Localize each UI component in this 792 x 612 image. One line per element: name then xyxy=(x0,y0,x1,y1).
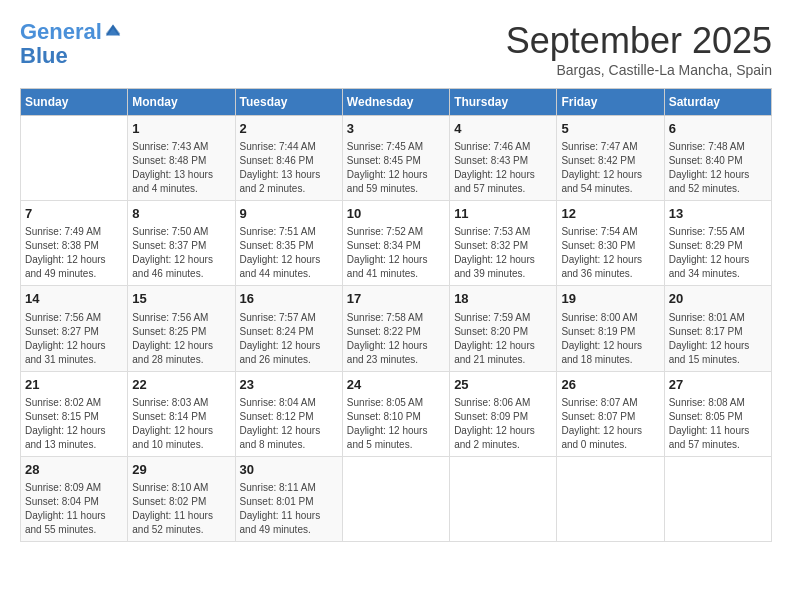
day-number: 12 xyxy=(561,205,659,223)
calendar-body: 1Sunrise: 7:43 AM Sunset: 8:48 PM Daylig… xyxy=(21,116,772,542)
calendar-cell: 14Sunrise: 7:56 AM Sunset: 8:27 PM Dayli… xyxy=(21,286,128,371)
calendar-cell xyxy=(342,456,449,541)
day-info: Sunrise: 7:47 AM Sunset: 8:42 PM Dayligh… xyxy=(561,140,659,196)
day-number: 1 xyxy=(132,120,230,138)
days-of-week-row: SundayMondayTuesdayWednesdayThursdayFrid… xyxy=(21,89,772,116)
calendar-cell: 12Sunrise: 7:54 AM Sunset: 8:30 PM Dayli… xyxy=(557,201,664,286)
day-info: Sunrise: 8:11 AM Sunset: 8:01 PM Dayligh… xyxy=(240,481,338,537)
month-title: September 2025 xyxy=(506,20,772,62)
calendar-cell: 19Sunrise: 8:00 AM Sunset: 8:19 PM Dayli… xyxy=(557,286,664,371)
day-number: 15 xyxy=(132,290,230,308)
day-of-week-header: Friday xyxy=(557,89,664,116)
calendar-cell: 11Sunrise: 7:53 AM Sunset: 8:32 PM Dayli… xyxy=(450,201,557,286)
day-info: Sunrise: 7:55 AM Sunset: 8:29 PM Dayligh… xyxy=(669,225,767,281)
day-info: Sunrise: 7:59 AM Sunset: 8:20 PM Dayligh… xyxy=(454,311,552,367)
day-number: 14 xyxy=(25,290,123,308)
day-number: 3 xyxy=(347,120,445,138)
day-number: 18 xyxy=(454,290,552,308)
day-info: Sunrise: 8:09 AM Sunset: 8:04 PM Dayligh… xyxy=(25,481,123,537)
day-info: Sunrise: 7:53 AM Sunset: 8:32 PM Dayligh… xyxy=(454,225,552,281)
calendar-cell: 30Sunrise: 8:11 AM Sunset: 8:01 PM Dayli… xyxy=(235,456,342,541)
day-number: 24 xyxy=(347,376,445,394)
calendar-cell: 4Sunrise: 7:46 AM Sunset: 8:43 PM Daylig… xyxy=(450,116,557,201)
day-info: Sunrise: 7:51 AM Sunset: 8:35 PM Dayligh… xyxy=(240,225,338,281)
day-number: 30 xyxy=(240,461,338,479)
calendar-cell: 20Sunrise: 8:01 AM Sunset: 8:17 PM Dayli… xyxy=(664,286,771,371)
calendar-week-row: 1Sunrise: 7:43 AM Sunset: 8:48 PM Daylig… xyxy=(21,116,772,201)
day-info: Sunrise: 8:00 AM Sunset: 8:19 PM Dayligh… xyxy=(561,311,659,367)
day-number: 2 xyxy=(240,120,338,138)
day-of-week-header: Monday xyxy=(128,89,235,116)
calendar-cell: 13Sunrise: 7:55 AM Sunset: 8:29 PM Dayli… xyxy=(664,201,771,286)
day-of-week-header: Wednesday xyxy=(342,89,449,116)
day-number: 11 xyxy=(454,205,552,223)
calendar-cell: 26Sunrise: 8:07 AM Sunset: 8:07 PM Dayli… xyxy=(557,371,664,456)
logo-text: General xyxy=(20,20,102,44)
calendar-cell: 8Sunrise: 7:50 AM Sunset: 8:37 PM Daylig… xyxy=(128,201,235,286)
day-info: Sunrise: 8:01 AM Sunset: 8:17 PM Dayligh… xyxy=(669,311,767,367)
day-info: Sunrise: 7:48 AM Sunset: 8:40 PM Dayligh… xyxy=(669,140,767,196)
day-info: Sunrise: 7:45 AM Sunset: 8:45 PM Dayligh… xyxy=(347,140,445,196)
calendar-cell xyxy=(557,456,664,541)
day-number: 19 xyxy=(561,290,659,308)
day-info: Sunrise: 7:57 AM Sunset: 8:24 PM Dayligh… xyxy=(240,311,338,367)
calendar-cell: 21Sunrise: 8:02 AM Sunset: 8:15 PM Dayli… xyxy=(21,371,128,456)
calendar-cell: 17Sunrise: 7:58 AM Sunset: 8:22 PM Dayli… xyxy=(342,286,449,371)
day-number: 13 xyxy=(669,205,767,223)
calendar-cell: 9Sunrise: 7:51 AM Sunset: 8:35 PM Daylig… xyxy=(235,201,342,286)
calendar-cell: 29Sunrise: 8:10 AM Sunset: 8:02 PM Dayli… xyxy=(128,456,235,541)
day-of-week-header: Tuesday xyxy=(235,89,342,116)
calendar-cell: 15Sunrise: 7:56 AM Sunset: 8:25 PM Dayli… xyxy=(128,286,235,371)
page-header: General Blue September 2025 Bargas, Cast… xyxy=(20,20,772,78)
day-number: 8 xyxy=(132,205,230,223)
logo-line2: Blue xyxy=(20,44,122,68)
calendar-cell: 5Sunrise: 7:47 AM Sunset: 8:42 PM Daylig… xyxy=(557,116,664,201)
calendar-cell: 7Sunrise: 7:49 AM Sunset: 8:38 PM Daylig… xyxy=(21,201,128,286)
day-number: 9 xyxy=(240,205,338,223)
day-number: 25 xyxy=(454,376,552,394)
calendar-cell xyxy=(450,456,557,541)
day-info: Sunrise: 8:03 AM Sunset: 8:14 PM Dayligh… xyxy=(132,396,230,452)
calendar-cell: 18Sunrise: 7:59 AM Sunset: 8:20 PM Dayli… xyxy=(450,286,557,371)
day-info: Sunrise: 7:56 AM Sunset: 8:27 PM Dayligh… xyxy=(25,311,123,367)
day-of-week-header: Sunday xyxy=(21,89,128,116)
day-info: Sunrise: 8:04 AM Sunset: 8:12 PM Dayligh… xyxy=(240,396,338,452)
day-info: Sunrise: 7:46 AM Sunset: 8:43 PM Dayligh… xyxy=(454,140,552,196)
logo: General Blue xyxy=(20,20,122,68)
calendar-week-row: 21Sunrise: 8:02 AM Sunset: 8:15 PM Dayli… xyxy=(21,371,772,456)
calendar-cell xyxy=(664,456,771,541)
day-number: 21 xyxy=(25,376,123,394)
day-number: 16 xyxy=(240,290,338,308)
day-info: Sunrise: 8:06 AM Sunset: 8:09 PM Dayligh… xyxy=(454,396,552,452)
day-of-week-header: Thursday xyxy=(450,89,557,116)
logo-icon xyxy=(104,21,122,39)
calendar-cell: 1Sunrise: 7:43 AM Sunset: 8:48 PM Daylig… xyxy=(128,116,235,201)
location-subtitle: Bargas, Castille-La Mancha, Spain xyxy=(506,62,772,78)
day-info: Sunrise: 7:54 AM Sunset: 8:30 PM Dayligh… xyxy=(561,225,659,281)
day-number: 7 xyxy=(25,205,123,223)
day-info: Sunrise: 7:50 AM Sunset: 8:37 PM Dayligh… xyxy=(132,225,230,281)
calendar-cell: 23Sunrise: 8:04 AM Sunset: 8:12 PM Dayli… xyxy=(235,371,342,456)
day-info: Sunrise: 7:43 AM Sunset: 8:48 PM Dayligh… xyxy=(132,140,230,196)
day-number: 26 xyxy=(561,376,659,394)
day-number: 28 xyxy=(25,461,123,479)
calendar-cell: 10Sunrise: 7:52 AM Sunset: 8:34 PM Dayli… xyxy=(342,201,449,286)
calendar-cell: 25Sunrise: 8:06 AM Sunset: 8:09 PM Dayli… xyxy=(450,371,557,456)
calendar-cell xyxy=(21,116,128,201)
day-info: Sunrise: 7:56 AM Sunset: 8:25 PM Dayligh… xyxy=(132,311,230,367)
day-number: 29 xyxy=(132,461,230,479)
day-number: 27 xyxy=(669,376,767,394)
day-info: Sunrise: 7:58 AM Sunset: 8:22 PM Dayligh… xyxy=(347,311,445,367)
calendar-cell: 6Sunrise: 7:48 AM Sunset: 8:40 PM Daylig… xyxy=(664,116,771,201)
day-info: Sunrise: 8:07 AM Sunset: 8:07 PM Dayligh… xyxy=(561,396,659,452)
calendar-cell: 2Sunrise: 7:44 AM Sunset: 8:46 PM Daylig… xyxy=(235,116,342,201)
calendar-week-row: 14Sunrise: 7:56 AM Sunset: 8:27 PM Dayli… xyxy=(21,286,772,371)
calendar-header: SundayMondayTuesdayWednesdayThursdayFrid… xyxy=(21,89,772,116)
day-info: Sunrise: 7:49 AM Sunset: 8:38 PM Dayligh… xyxy=(25,225,123,281)
calendar-cell: 3Sunrise: 7:45 AM Sunset: 8:45 PM Daylig… xyxy=(342,116,449,201)
title-block: September 2025 Bargas, Castille-La Manch… xyxy=(506,20,772,78)
day-info: Sunrise: 8:02 AM Sunset: 8:15 PM Dayligh… xyxy=(25,396,123,452)
day-number: 4 xyxy=(454,120,552,138)
calendar-cell: 28Sunrise: 8:09 AM Sunset: 8:04 PM Dayli… xyxy=(21,456,128,541)
day-info: Sunrise: 7:44 AM Sunset: 8:46 PM Dayligh… xyxy=(240,140,338,196)
